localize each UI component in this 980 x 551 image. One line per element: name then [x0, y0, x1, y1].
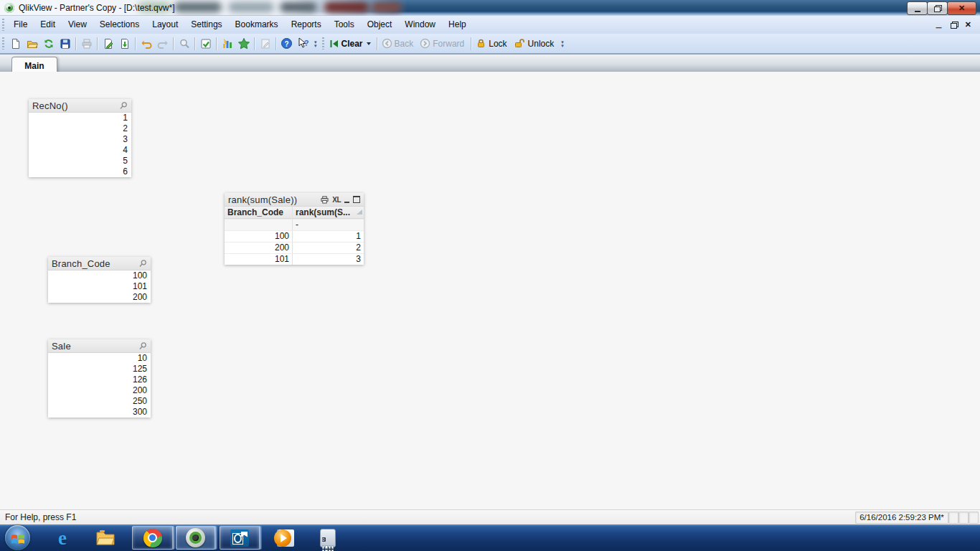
toolbar-overflow-chevron[interactable]: ▾▾ — [314, 40, 317, 47]
open-file-button[interactable] — [24, 36, 40, 51]
undo-button[interactable] — [138, 36, 154, 51]
reload-button[interactable] — [116, 36, 133, 51]
menubar-grip[interactable] — [2, 19, 4, 31]
list-value[interactable]: 100 — [48, 270, 151, 281]
taskbar-item-qlikview[interactable] — [176, 526, 215, 550]
cell-branch-code[interactable]: 200 — [225, 242, 293, 253]
table-caption[interactable]: rank(sum(Sale)) XL — [225, 193, 364, 207]
menu-item-selections[interactable]: Selections — [93, 16, 146, 34]
list-value[interactable]: 126 — [48, 375, 151, 385]
window-controls: ✕ — [908, 1, 976, 15]
taskbar-item-outlook[interactable] — [220, 526, 260, 550]
whats-this-button[interactable]: ? — [295, 36, 311, 51]
table-row[interactable]: 1013 — [225, 253, 364, 265]
minimize-icon[interactable] — [344, 197, 349, 203]
print-icon[interactable] — [321, 196, 329, 204]
list-value[interactable]: 2 — [29, 123, 131, 134]
excel-export-icon[interactable]: XL — [332, 196, 341, 204]
list-value[interactable]: 6 — [29, 166, 131, 177]
search-icon[interactable] — [138, 342, 147, 350]
taskbar-item-internet-explorer[interactable]: e — [44, 526, 80, 550]
cell-rank[interactable]: - — [293, 220, 364, 230]
list-value[interactable]: 4 — [29, 145, 131, 156]
menu-item-object[interactable]: Object — [361, 16, 399, 34]
listbox-recno-caption[interactable]: RecNo() — [29, 99, 131, 113]
forward-icon — [420, 38, 430, 49]
toolbar2-overflow-chevron[interactable]: ▾▾ — [561, 40, 564, 47]
list-value[interactable]: 200 — [48, 292, 151, 303]
forward-button[interactable]: Forward — [418, 36, 468, 51]
minimize-button[interactable] — [907, 1, 928, 15]
list-value[interactable]: 250 — [48, 396, 151, 407]
refresh-button[interactable] — [40, 36, 57, 51]
table-row[interactable]: 1001 — [225, 230, 364, 242]
maximize-icon[interactable] — [353, 196, 360, 203]
redo-button[interactable] — [154, 36, 171, 51]
table-row[interactable]: 2002 — [225, 242, 364, 253]
start-button[interactable] — [5, 525, 30, 550]
menu-item-file[interactable]: File — [7, 16, 34, 34]
list-value[interactable]: 5 — [29, 156, 131, 166]
listbox-branch-code-values: 100101200 — [48, 270, 151, 303]
cell-branch-code[interactable]: 101 — [225, 254, 293, 265]
current-selections-button[interactable] — [197, 36, 214, 51]
mdi-restore-icon[interactable] — [951, 23, 957, 29]
list-value[interactable]: 1 — [29, 113, 131, 123]
listbox-branch-code-caption[interactable]: Branch_Code — [48, 257, 151, 270]
close-button[interactable]: ✕ — [947, 1, 976, 15]
listbox-sale: Sale 10125126200250300 — [48, 339, 151, 418]
cell-branch-code[interactable]: 100 — [225, 231, 293, 242]
menu-item-edit[interactable]: Edit — [34, 16, 62, 34]
toolbar-separator — [471, 37, 471, 50]
list-value[interactable]: 10 — [48, 353, 151, 364]
unlock-button[interactable]: Unlock — [512, 36, 559, 51]
menu-item-settings[interactable]: Settings — [184, 16, 228, 34]
table-total-row[interactable]: - — [225, 219, 364, 230]
toolbar-grip-2[interactable] — [322, 37, 324, 50]
mdi-close-icon[interactable]: ✕ — [965, 20, 971, 29]
menu-item-reports[interactable]: Reports — [285, 16, 328, 34]
cell-branch-code[interactable] — [225, 220, 293, 230]
list-value[interactable]: 3 — [29, 134, 131, 145]
help-button[interactable]: ? — [278, 36, 295, 51]
menu-item-layout[interactable]: Layout — [146, 16, 184, 34]
search-button[interactable] — [176, 36, 192, 51]
edit-script-button[interactable] — [100, 36, 116, 51]
mdi-minimize-icon[interactable]: ＿ — [935, 19, 943, 30]
menu-item-tools[interactable]: Tools — [328, 16, 361, 34]
list-value[interactable]: 125 — [48, 364, 151, 375]
search-icon[interactable] — [119, 101, 128, 110]
column-header-branch-code[interactable]: Branch_Code — [225, 207, 293, 218]
cell-rank[interactable]: 2 — [293, 242, 364, 253]
qlikview-icon — [186, 528, 205, 547]
add-bookmark-button[interactable] — [235, 36, 252, 51]
new-file-button[interactable] — [7, 36, 24, 51]
taskbar-item-windows-explorer[interactable] — [88, 526, 123, 550]
taskbar-item-chrome[interactable] — [132, 526, 173, 550]
cell-rank[interactable]: 1 — [293, 231, 364, 242]
menu-item-window[interactable]: Window — [398, 16, 442, 34]
list-value[interactable]: 300 — [48, 407, 151, 418]
back-button[interactable]: Back — [380, 36, 418, 51]
column-header-rank[interactable]: rank(sum(S... — [293, 207, 364, 218]
edit-note-button[interactable] — [257, 36, 273, 51]
taskbar-item-media-player[interactable] — [265, 526, 303, 550]
list-value[interactable]: 101 — [48, 281, 151, 292]
list-value[interactable]: 200 — [48, 385, 151, 396]
restore-button[interactable] — [927, 1, 948, 15]
toolbar-separator — [97, 37, 98, 50]
cell-rank[interactable]: 3 — [293, 254, 364, 265]
clear-button[interactable]: Clear — [327, 36, 374, 51]
lock-button[interactable]: Lock — [473, 36, 511, 51]
quick-chart-wizard-button[interactable] — [219, 36, 235, 51]
taskbar-item-calculator[interactable]: 0 — [310, 526, 346, 550]
save-button[interactable] — [57, 36, 73, 51]
print-button[interactable] — [78, 36, 95, 51]
menu-item-help[interactable]: Help — [442, 16, 473, 34]
listbox-sale-caption[interactable]: Sale — [48, 339, 151, 353]
menu-item-bookmarks[interactable]: Bookmarks — [229, 16, 285, 34]
toolbar-grip-1[interactable] — [2, 37, 4, 50]
search-icon[interactable] — [138, 259, 147, 268]
open-folder-icon — [27, 38, 38, 50]
menu-item-view[interactable]: View — [62, 16, 93, 34]
